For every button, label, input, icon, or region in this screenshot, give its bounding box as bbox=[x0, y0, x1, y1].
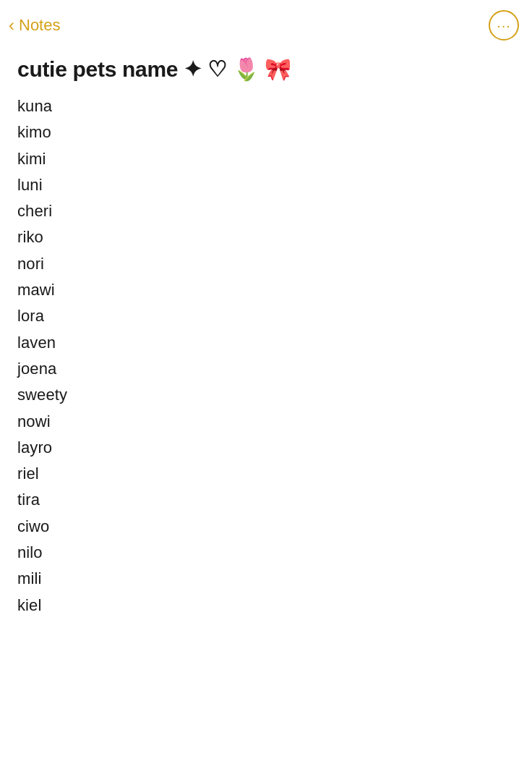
list-item: laven bbox=[17, 330, 515, 356]
list-item: nori bbox=[17, 251, 515, 277]
back-label: Notes bbox=[19, 16, 60, 35]
back-button[interactable]: ‹ Notes bbox=[9, 15, 60, 35]
chevron-left-icon: ‹ bbox=[9, 15, 14, 35]
list-item: ciwo bbox=[17, 514, 515, 540]
list-item: mili bbox=[17, 566, 515, 592]
note-content: cutie pets name ✦ ♡ 🌷 🎀 kunakimokimiluni… bbox=[0, 48, 532, 640]
list-item: riko bbox=[17, 224, 515, 250]
more-options-button[interactable]: ··· bbox=[489, 10, 519, 41]
list-item: nilo bbox=[17, 540, 515, 566]
names-list: kunakimokimilunicheririkonorimawiloralav… bbox=[17, 93, 515, 619]
note-title: cutie pets name ✦ ♡ 🌷 🎀 bbox=[17, 55, 515, 83]
list-item: luni bbox=[17, 172, 515, 198]
list-item: riel bbox=[17, 461, 515, 487]
list-item: nowi bbox=[17, 409, 515, 435]
list-item: cheri bbox=[17, 198, 515, 224]
ellipsis-icon: ··· bbox=[497, 17, 511, 34]
list-item: tira bbox=[17, 487, 515, 513]
list-item: sweety bbox=[17, 382, 515, 408]
nav-bar: ‹ Notes ··· bbox=[0, 0, 532, 48]
list-item: joena bbox=[17, 356, 515, 382]
list-item: kimi bbox=[17, 146, 515, 172]
list-item: kimo bbox=[17, 119, 515, 145]
list-item: kuna bbox=[17, 93, 515, 119]
list-item: mawi bbox=[17, 277, 515, 303]
list-item: kiel bbox=[17, 593, 515, 619]
list-item: lora bbox=[17, 303, 515, 329]
list-item: layro bbox=[17, 435, 515, 461]
